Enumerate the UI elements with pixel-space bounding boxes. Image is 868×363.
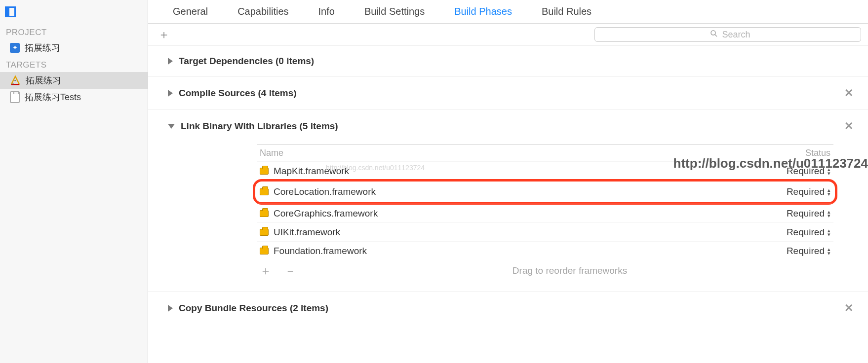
- phase-title: Target Dependencies (0 items): [179, 56, 314, 67]
- col-status: Status: [805, 148, 830, 158]
- target-item-label: 拓展练习: [26, 74, 61, 86]
- phase-header[interactable]: Link Binary With Libraries (5 items) ✕: [168, 120, 853, 133]
- chevron-updown-icon: ▴▾: [828, 167, 830, 175]
- status-select[interactable]: Required ▴▾: [761, 166, 830, 177]
- table-row[interactable]: MapKit.framework Required ▴▾: [257, 161, 833, 180]
- editor-tabs: General Capabilities Info Build Settings…: [148, 0, 868, 24]
- phase-title: Copy Bundle Resources (2 items): [179, 303, 328, 314]
- tab-general[interactable]: General: [173, 6, 208, 17]
- phase-target-dependencies[interactable]: Target Dependencies (0 items): [148, 46, 868, 77]
- frameworks-table: Name Status MapKit.framework Required ▴▾: [257, 145, 833, 282]
- col-name: Name: [260, 148, 805, 158]
- table-footer: ＋ － Drag to reorder frameworks: [257, 260, 833, 282]
- status-select[interactable]: Required ▴▾: [761, 186, 830, 197]
- add-framework-button[interactable]: ＋: [260, 263, 272, 279]
- framework-icon: [260, 229, 269, 236]
- svg-point-2: [711, 31, 715, 35]
- table-row[interactable]: Foundation.framework Required ▴▾: [257, 241, 833, 260]
- project-item[interactable]: 拓展练习: [0, 39, 148, 56]
- framework-name: CoreGraphics.framework: [274, 208, 761, 219]
- tab-capabilities[interactable]: Capabilities: [237, 6, 288, 17]
- status-select[interactable]: Required ▴▾: [761, 227, 830, 238]
- svg-point-0: [12, 83, 14, 85]
- phase-title: Link Binary With Libraries (5 items): [181, 121, 338, 132]
- framework-icon: [260, 168, 269, 175]
- table-header: Name Status: [257, 145, 833, 161]
- panel-toggle-icon[interactable]: [5, 6, 16, 17]
- framework-name: Foundation.framework: [274, 246, 761, 256]
- disclosure-triangle-icon[interactable]: [168, 58, 173, 65]
- phase-remove-button[interactable]: ✕: [844, 120, 853, 133]
- remove-framework-button[interactable]: －: [284, 263, 296, 279]
- disclosure-triangle-icon[interactable]: [168, 90, 173, 97]
- framework-name: CoreLocation.framework: [274, 186, 761, 197]
- disclosure-triangle-icon[interactable]: [168, 305, 173, 312]
- app-target-icon: [10, 75, 21, 86]
- tab-build-phases[interactable]: Build Phases: [454, 6, 512, 17]
- filter-bar: ＋ Search: [148, 24, 868, 46]
- target-item-label: 拓展练习Tests: [25, 91, 81, 103]
- status-select[interactable]: Required ▴▾: [761, 246, 830, 256]
- framework-name: UIKit.framework: [274, 227, 761, 238]
- chevron-updown-icon: ▴▾: [828, 188, 830, 196]
- phase-remove-button[interactable]: ✕: [844, 302, 853, 315]
- target-item-tests[interactable]: 拓展练习Tests: [0, 89, 148, 106]
- phase-title: Compile Sources (4 items): [179, 88, 297, 99]
- search-icon: [710, 30, 718, 40]
- status-select[interactable]: Required ▴▾: [761, 208, 830, 219]
- main-panel: General Capabilities Info Build Settings…: [148, 0, 868, 363]
- table-row[interactable]: UIKit.framework Required ▴▾: [257, 222, 833, 241]
- phase-compile-sources[interactable]: Compile Sources (4 items) ✕: [148, 77, 868, 110]
- tab-info[interactable]: Info: [318, 6, 335, 17]
- framework-icon: [260, 210, 269, 217]
- chevron-updown-icon: ▴▾: [828, 247, 830, 255]
- chevron-updown-icon: ▴▾: [828, 210, 830, 218]
- sidebar-section-project: PROJECT: [0, 24, 148, 39]
- reorder-hint: Drag to reorder frameworks: [309, 265, 830, 276]
- target-item-app[interactable]: 拓展练习: [0, 72, 148, 89]
- project-item-label: 拓展练习: [25, 42, 60, 54]
- sidebar-section-targets: TARGETS: [0, 56, 148, 72]
- table-row[interactable]: CoreGraphics.framework Required ▴▾: [257, 204, 833, 222]
- phases-content: Target Dependencies (0 items) Compile So…: [148, 46, 868, 325]
- add-phase-button[interactable]: ＋: [155, 27, 173, 42]
- svg-rect-1: [14, 80, 16, 81]
- tab-build-rules[interactable]: Build Rules: [542, 6, 592, 17]
- chevron-updown-icon: ▴▾: [828, 228, 830, 236]
- search-input[interactable]: Search: [594, 27, 861, 42]
- search-placeholder: Search: [722, 30, 750, 40]
- disclosure-triangle-icon[interactable]: [168, 124, 175, 129]
- phase-link-binary: Link Binary With Libraries (5 items) ✕ N…: [148, 110, 868, 292]
- svg-line-3: [715, 35, 717, 36]
- framework-icon: [260, 248, 269, 254]
- phase-remove-button[interactable]: ✕: [844, 87, 853, 100]
- table-row[interactable]: CoreLocation.framework Required ▴▾: [253, 179, 837, 205]
- tab-build-settings[interactable]: Build Settings: [364, 6, 425, 17]
- project-icon: [10, 43, 20, 53]
- sidebar-toolbar: [0, 0, 148, 24]
- phase-copy-bundle[interactable]: Copy Bundle Resources (2 items) ✕: [148, 292, 868, 325]
- sidebar: PROJECT 拓展练习 TARGETS 拓展练习 拓展练习Tests: [0, 0, 148, 363]
- framework-name: MapKit.framework: [274, 166, 761, 177]
- test-target-icon: [10, 91, 20, 103]
- framework-icon: [260, 188, 269, 195]
